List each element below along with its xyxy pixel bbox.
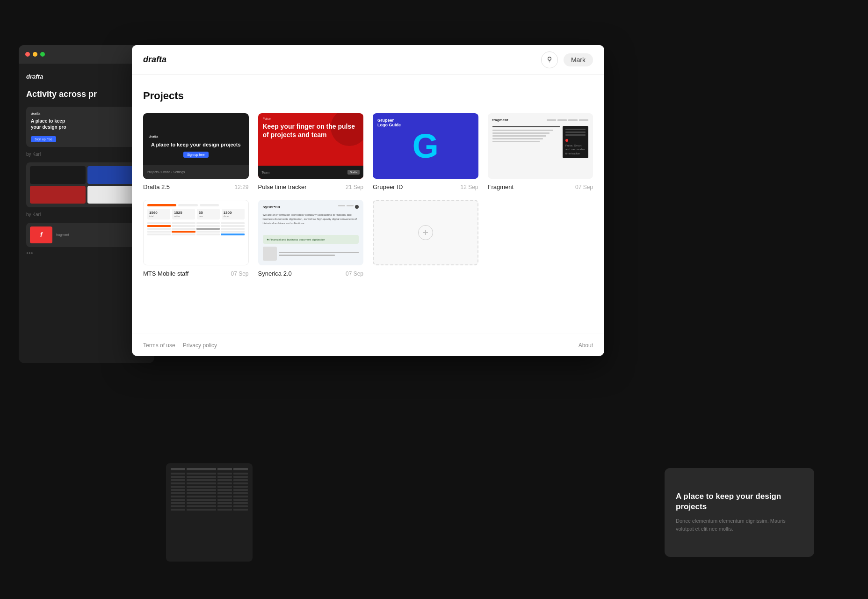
- project-card-fragment[interactable]: fragment: [488, 113, 593, 190]
- bg-table-row: [171, 489, 248, 491]
- bg-table-cell: [187, 502, 216, 504]
- mts-td-2-3: [196, 228, 220, 230]
- project-name-drafta25: Drafta 2.5: [143, 183, 170, 190]
- mts-tab-2: [200, 204, 219, 206]
- project-date-grupeer: 12 Sep: [460, 184, 478, 190]
- pulse-logo: Pulse: [263, 117, 271, 120]
- mts-th-1: [147, 222, 171, 224]
- fragment-text-block: [492, 126, 560, 158]
- bg-win-small-thumb: f: [30, 226, 52, 243]
- window-footer: Terms of use Privacy policy About: [132, 334, 604, 356]
- close-dot: [25, 52, 30, 57]
- bg-table-cell: [217, 502, 232, 504]
- bg-table-cell: [217, 486, 232, 488]
- svg-point-0: [548, 57, 551, 60]
- bg-table-cell: [187, 473, 216, 475]
- main-window: drafta Mark Projects drafta A place to k…: [132, 45, 604, 356]
- mts-td-4-2: [172, 234, 195, 235]
- bg-table-cell: [187, 486, 216, 488]
- bg-win-signup-btn[interactable]: Sign up free: [31, 136, 56, 142]
- privacy-link[interactable]: Privacy policy: [183, 342, 217, 349]
- bg-table-cell: [171, 479, 185, 481]
- mts-td-1-1: [147, 225, 171, 227]
- bg-win-bottom-label: ●●●: [26, 251, 147, 255]
- fragment-nav-4: [579, 119, 588, 121]
- project-card-pulse[interactable]: Pulse Keep your finger on the pulse of p…: [258, 113, 364, 190]
- project-date-mts: 07 Sep: [231, 270, 248, 277]
- mts-table: [147, 222, 245, 235]
- drafta-thumb-logo: drafta: [149, 134, 158, 139]
- bg-table-cell: [233, 489, 248, 491]
- mts-td-4-1: [147, 234, 171, 235]
- user-menu-button[interactable]: Mark: [564, 53, 593, 66]
- terms-link[interactable]: Terms of use: [143, 342, 175, 349]
- project-card-grupeer[interactable]: GrupeerLogo Guide G Grupeer ID 12 Sep: [373, 113, 478, 190]
- bulb-icon-button[interactable]: [541, 51, 558, 68]
- project-card-mts[interactable]: 1560 total 1525 active 35 new 1300: [143, 200, 249, 277]
- mts-td-3-4: [221, 231, 244, 233]
- syn-nav-2: [347, 205, 354, 206]
- pulse-team-label: Team: [262, 171, 270, 174]
- fragment-line-4: [492, 138, 543, 139]
- project-name-fragment: Fragment: [488, 183, 514, 190]
- bg-table-row: [171, 473, 248, 475]
- bg-mini-thumb-3: [30, 186, 86, 204]
- synerica-badge-text: ★ Financial and business document digiti…: [267, 238, 355, 241]
- mts-th-3: [196, 222, 220, 224]
- mts-row-2: [147, 228, 245, 230]
- synerica-nav: [338, 205, 359, 209]
- bg-table-cell: [217, 473, 232, 475]
- mts-stat-label-4: done: [224, 215, 243, 218]
- bg-bth-1: [171, 468, 185, 470]
- mts-td-4-4: [221, 234, 244, 235]
- bg-win-card-text: A place to keepyour design pro: [31, 118, 142, 130]
- bg-table-cell: [233, 479, 248, 481]
- bg-table-cell: [217, 499, 232, 501]
- mts-td-1-2: [172, 225, 195, 227]
- project-thumbnail-fragment: fragment: [488, 113, 593, 179]
- fragment-nav: [547, 119, 588, 121]
- synerica-bottom: ★ Financial and business document digiti…: [263, 232, 359, 261]
- bg-table-cell: [187, 509, 216, 511]
- fragment-img-line-1: [565, 129, 586, 130]
- fragment-image-block: Pulse. Smart and memorable time tracker: [563, 126, 588, 158]
- bg-bottom-table-content: [166, 463, 253, 517]
- synerica-footer-row: [263, 247, 359, 261]
- fragment-small-text: Pulse. Smart and memorable time tracker: [565, 144, 586, 155]
- project-card-synerica[interactable]: syner•ca We are an information technolog…: [258, 200, 364, 277]
- synerica-header: syner•ca: [263, 205, 359, 209]
- mts-td-1-3: [196, 225, 220, 227]
- bg-table-cell: [171, 502, 185, 504]
- project-date-pulse: 21 Sep: [346, 184, 363, 190]
- bg-table-cell: [233, 509, 248, 511]
- bg-table-cell: [187, 496, 216, 497]
- project-card-drafta25[interactable]: drafta A place to keep your design proje…: [143, 113, 249, 190]
- mts-td-2-4: [221, 228, 244, 230]
- drafta-thumb-bottom: Projects / Drafta / Settings: [143, 165, 249, 179]
- fragment-line-5: [492, 141, 540, 142]
- bg-table-cell: [217, 505, 232, 507]
- bg-table-row: [171, 482, 248, 484]
- bg-table-row: [171, 502, 248, 504]
- bg-bth-3: [217, 468, 232, 470]
- mts-row-4: [147, 234, 245, 235]
- fragment-dot: [565, 139, 568, 142]
- fragment-thumb-header: fragment: [492, 118, 589, 122]
- fragment-line-1: [492, 130, 553, 131]
- project-date-drafta25: 12:29: [234, 184, 248, 190]
- bg-table-cell: [171, 499, 185, 501]
- project-thumbnail-pulse: Pulse Keep your finger on the pulse of p…: [258, 113, 364, 179]
- bg-bottom-left-panel: [166, 463, 253, 562]
- mts-table-header: [147, 222, 245, 224]
- footer-links: Terms of use Privacy policy: [143, 342, 217, 349]
- project-card-add[interactable]: +: [373, 200, 478, 277]
- bg-table-row: [171, 492, 248, 494]
- about-link[interactable]: About: [579, 342, 593, 349]
- fragment-line-title: [492, 126, 560, 127]
- project-name-grupeer: Grupeer ID: [373, 183, 403, 190]
- bg-table-cell: [187, 476, 216, 478]
- window-logo: drafta: [143, 55, 166, 65]
- projects-grid: drafta A place to keep your design proje…: [143, 113, 593, 277]
- bg-bth-4: [233, 468, 248, 470]
- bg-table-cell: [233, 473, 248, 475]
